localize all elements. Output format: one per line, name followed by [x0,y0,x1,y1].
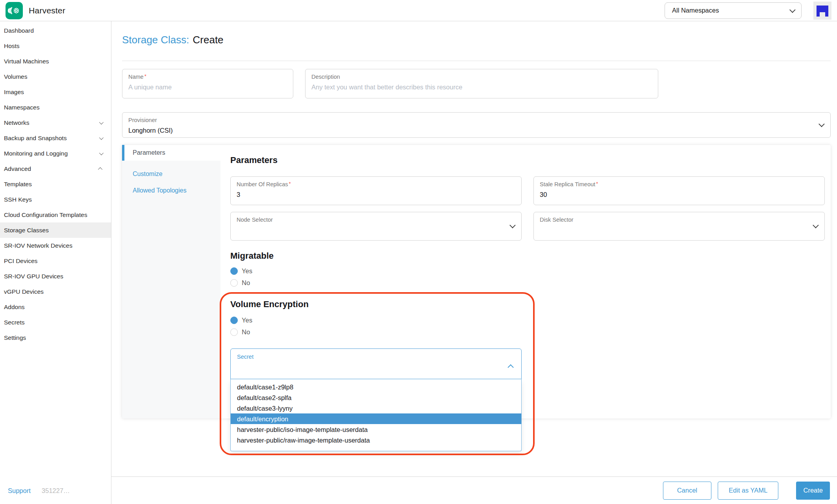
secret-option[interactable]: default/case1-z9lp8 [231,382,521,392]
page-title-resource: Storage Class: [122,34,189,46]
tab-item[interactable]: Allowed Topologies [122,182,220,199]
sidebar-item[interactable]: PCI Devices [0,253,111,269]
secret-option[interactable]: default/case3-lyyny [231,403,521,413]
number-of-replicas-input[interactable]: Number Of Replicas* 3 [230,176,522,205]
sidebar-item[interactable]: Volumes [0,69,111,84]
node-selector-label: Node Selector [237,217,515,223]
sidebar-footer: Support 351227… [8,487,70,495]
secret-option-label: default/case3-lyyny [237,405,293,412]
node-selector-select[interactable]: Node Selector [230,212,522,241]
secret-dropdown: Secret default/case1-z9lp8 [230,348,522,451]
provisioner-label: Provisioner [128,117,824,124]
secret-select-control[interactable]: Secret [230,348,522,379]
avatar-shape [825,12,828,17]
sidebar-item-label: Dashboard [4,26,34,35]
required-asterisk: * [144,73,146,79]
harvester-logo-icon [6,2,23,19]
sidebar-item[interactable]: Secrets [0,315,111,330]
sidebar-item-label: Addons [4,303,25,311]
chevron-up-icon [98,167,102,171]
description-placeholder: Any text you want that better describes … [311,83,652,91]
main-content: Storage Class: Create Name* A unique nam… [111,21,837,476]
support-link[interactable]: Support [8,487,31,495]
storage-class-form-card: Parameters Customize Allowed Topologies [122,145,831,419]
migratable-radio-option[interactable]: No [230,277,250,289]
sidebar-item[interactable]: Cloud Configuration Templates [0,207,111,222]
sidebar-item[interactable]: vGPU Devices [0,284,111,299]
name-label: Name* [128,74,287,80]
action-footer: Cancel Edit as YAML Create [111,476,837,504]
radio-label: No [242,328,250,336]
parameters-heading: Parameters [230,155,825,165]
sidebar-item[interactable]: Namespaces [0,100,111,115]
title-divider [122,61,831,61]
sidebar-item[interactable]: Images [0,84,111,100]
page-title-action: Create [193,34,224,46]
sidebar-item-label: Monitoring and Logging [4,149,68,158]
sidebar-item[interactable]: Networks [0,115,111,130]
sidebar-item[interactable]: Advanced [0,161,111,176]
edit-as-yaml-button[interactable]: Edit as YAML [718,482,778,500]
volume-encryption-heading: Volume Encryption [230,299,825,309]
sidebar-item-label: SR-IOV Network Devices [4,241,72,250]
create-button[interactable]: Create [796,482,830,500]
chevron-up-icon [507,364,514,371]
sidebar-item[interactable]: Backup and Snapshots [0,130,111,146]
avatar-shape [817,6,828,12]
chevron-down-icon [99,135,104,139]
stale-timeout-label: Stale Replica Timeout* [540,181,818,188]
description-input[interactable]: Description Any text you want that bette… [305,69,658,98]
disk-selector-select[interactable]: Disk Selector [533,212,825,241]
secret-option[interactable]: default/case2-splfa [231,392,521,403]
sidebar-item[interactable]: Monitoring and Logging [0,146,111,161]
tab-item[interactable]: Parameters [122,145,220,161]
sidebar-item-label: Settings [4,334,26,342]
replicas-value: 3 [237,191,515,198]
volume-encryption-radio-option[interactable]: No [230,326,250,338]
sidebar-item[interactable]: Virtual Machines [0,54,111,69]
radio-label: Yes [242,317,252,324]
sidebar-item-label: Advanced [4,165,31,173]
harvester-app: Harvester All Namespaces Dashboard [0,0,837,504]
description-label: Description [311,74,652,80]
sidebar-item-label: Storage Classes [4,226,49,235]
sidebar-item[interactable]: SSH Keys [0,192,111,207]
name-input[interactable]: Name* A unique name [122,69,293,98]
radio-button-icon[interactable] [230,279,238,287]
radio-button-icon[interactable] [230,267,238,275]
sidebar-item[interactable]: SR-IOV GPU Devices [0,269,111,284]
chevron-down-icon [99,120,104,124]
secret-label: Secret [237,354,515,360]
sidebar-item[interactable]: Addons [0,299,111,315]
chevron-down-icon [99,150,104,155]
sidebar-item[interactable]: Storage Classes [0,222,111,238]
sidebar-item-label: Templates [4,180,32,189]
migratable-radio-option[interactable]: Yes [230,265,252,277]
stale-replica-timeout-input[interactable]: Stale Replica Timeout* 30 [533,176,825,205]
sidebar-item[interactable]: Hosts [0,38,111,54]
sidebar-item[interactable]: Templates [0,176,111,192]
sidebar-item-label: Virtual Machines [4,57,49,66]
sidebar-item[interactable]: Dashboard [0,23,111,38]
user-avatar[interactable] [813,2,831,20]
migratable-heading: Migratable [230,251,825,261]
top-bar: Harvester All Namespaces [0,0,837,21]
tab-item[interactable]: Customize [122,166,220,182]
volume-encryption-radio-group: Yes No [230,314,825,338]
radio-button-icon[interactable] [230,317,238,324]
migratable-radio-group: Yes No [230,265,825,289]
secret-option[interactable]: default/encryption [231,413,521,424]
provisioner-select[interactable]: Provisioner Longhorn (CSI) [122,112,831,138]
sidebar-item[interactable]: SR-IOV Network Devices [0,238,111,253]
secret-option-label: harvester-public/raw-image-template-user… [237,437,370,444]
sidebar-item[interactable]: Settings [0,330,111,345]
namespace-filter-select[interactable]: All Namespaces [665,2,802,19]
volume-encryption-radio-option[interactable]: Yes [230,314,252,326]
cancel-button[interactable]: Cancel [663,482,711,500]
radio-button-icon[interactable] [230,328,238,336]
sidebar-item-label: Cloud Configuration Templates [4,211,87,219]
secret-option[interactable]: harvester-public/iso-image-template-user… [231,424,521,435]
secret-option-label: default/case1-z9lp8 [237,384,293,391]
stale-timeout-value: 30 [540,191,818,198]
secret-option[interactable]: harvester-public/raw-image-template-user… [231,435,521,445]
